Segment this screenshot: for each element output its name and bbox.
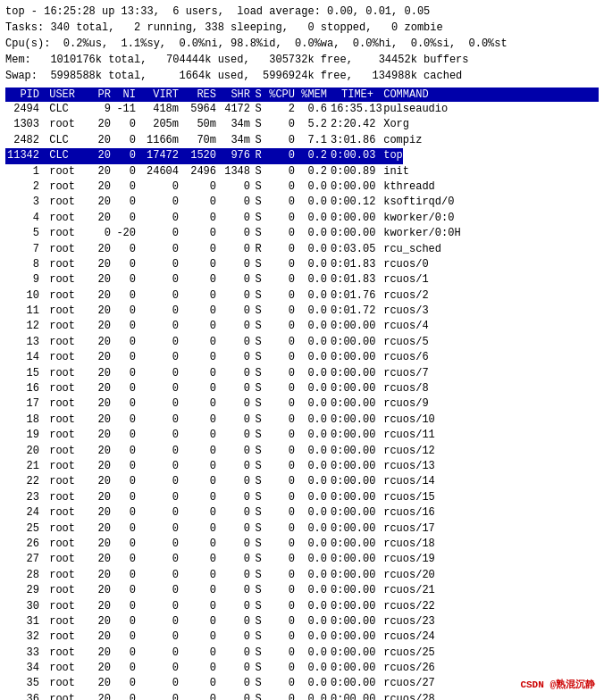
cell-res: 0 (182, 428, 220, 443)
cell-mem: 0.0 (298, 676, 331, 691)
cell-virt: 0 (139, 583, 182, 598)
cell-time: 0:00.00 (331, 474, 377, 489)
cell-ni: 0 (114, 568, 139, 583)
cell-time: 0:00.00 (331, 614, 377, 629)
cell-s: S (254, 552, 266, 567)
cell-user: root (43, 226, 89, 241)
cell-cpu: 0 (266, 366, 298, 381)
cell-s: S (254, 599, 266, 614)
table-row: 20 root 20 0 0 0 0 S 0 0.0 0:00.00 rcuos… (5, 444, 599, 459)
cell-mem: 0.0 (298, 490, 331, 505)
cell-time: 0:00.00 (331, 179, 377, 195)
cell-user: root (43, 552, 89, 567)
table-row: 8 root 20 0 0 0 0 S 0 0.0 0:01.83 rcuos/… (5, 257, 599, 272)
cell-ni: 0 (114, 552, 139, 567)
cell-pid: 29 (5, 583, 43, 598)
cell-res: 0 (182, 396, 220, 412)
cell-pid: 33 (5, 646, 43, 661)
cell-pr: 20 (89, 629, 114, 645)
cell-mem: 0.0 (298, 599, 331, 614)
cell-mem: 0.0 (298, 459, 331, 474)
cell-s: S (254, 692, 266, 700)
cell-pr: 20 (89, 490, 114, 505)
cell-pr: 20 (89, 599, 114, 614)
cell-cmd: kworker/0:0H (377, 226, 461, 241)
cell-user: root (43, 646, 89, 661)
table-row: 2 root 20 0 0 0 0 S 0 0.0 0:00.00 kthrea… (5, 179, 599, 195)
cell-cpu: 0 (266, 599, 298, 614)
cell-pr: 9 (89, 102, 114, 117)
cell-mem: 0.0 (298, 568, 331, 583)
cell-res: 0 (182, 335, 220, 350)
cell-pid: 18 (5, 412, 43, 428)
cell-ni: 0 (114, 319, 139, 334)
cell-time: 16:35.13 (331, 102, 377, 117)
cell-shr: 0 (220, 552, 254, 567)
cell-ni: 0 (114, 272, 139, 288)
cell-cmd: init (377, 164, 409, 179)
cell-user: root (43, 319, 89, 334)
cell-user: root (43, 521, 89, 537)
cell-user: CLC (43, 148, 89, 163)
cell-shr: 0 (220, 474, 254, 489)
cell-mem: 0.0 (298, 661, 331, 676)
cell-shr: 0 (220, 459, 254, 474)
cell-res: 0 (182, 676, 220, 691)
cell-s: S (254, 629, 266, 645)
cell-ni: 0 (114, 164, 139, 179)
cell-virt: 24604 (139, 164, 182, 179)
cell-time: 0:00.00 (331, 412, 377, 428)
cell-pr: 20 (89, 552, 114, 567)
cell-res: 0 (182, 211, 220, 226)
cell-s: S (254, 164, 266, 179)
cell-user: root (43, 164, 89, 179)
cell-time: 0:00.00 (331, 211, 377, 226)
table-row: 4 root 20 0 0 0 0 S 0 0.0 0:00.00 kworke… (5, 211, 599, 226)
cell-s: S (254, 335, 266, 350)
cell-res: 0 (182, 692, 220, 700)
cell-s: S (254, 474, 266, 489)
cell-pid: 3 (5, 195, 43, 210)
cell-cpu: 0 (266, 117, 298, 132)
cell-s: S (254, 396, 266, 412)
cell-res: 1520 (182, 148, 220, 163)
cell-mem: 0.0 (298, 646, 331, 661)
cell-cmd: rcuos/28 (377, 692, 435, 700)
cell-shr: 0 (220, 319, 254, 334)
cell-ni: 0 (114, 335, 139, 350)
cell-s: S (254, 428, 266, 443)
cell-cpu: 0 (266, 335, 298, 350)
cell-cmd: rcuos/13 (377, 459, 435, 474)
cell-res: 0 (182, 459, 220, 474)
cell-shr: 0 (220, 288, 254, 304)
cell-virt: 0 (139, 304, 182, 319)
cell-mem: 0.0 (298, 444, 331, 459)
cell-time: 0:00.00 (331, 350, 377, 365)
cell-mem: 0.0 (298, 242, 331, 257)
col-header-shr: SHR (220, 88, 254, 101)
cell-cmd: rcuos/18 (377, 537, 435, 552)
table-row: 15 root 20 0 0 0 0 S 0 0.0 0:00.00 rcuos… (5, 366, 599, 381)
cell-time: 0:01.76 (331, 288, 377, 304)
cell-pr: 20 (89, 257, 114, 272)
cell-user: root (43, 568, 89, 583)
table-row: 5 root 0 -20 0 0 0 S 0 0.0 0:00.00 kwork… (5, 226, 599, 241)
cell-shr: 0 (220, 257, 254, 272)
cell-ni: 0 (114, 459, 139, 474)
cell-ni: 0 (114, 148, 139, 163)
cell-time: 0:00.00 (331, 226, 377, 241)
col-header-user: USER (43, 88, 89, 101)
col-header-s: S (254, 88, 266, 101)
cell-time: 0:00.00 (331, 396, 377, 412)
cell-s: S (254, 257, 266, 272)
cell-cpu: 0 (266, 692, 298, 700)
cell-ni: 0 (114, 195, 139, 210)
cell-virt: 0 (139, 350, 182, 365)
cell-cmd: rcu_sched (377, 242, 441, 257)
process-table: 2494 CLC 9 -11 418m 5964 4172 S 2 0.6 16… (5, 102, 599, 700)
cell-virt: 0 (139, 646, 182, 661)
cell-ni: 0 (114, 133, 139, 148)
cell-cpu: 0 (266, 490, 298, 505)
cell-time: 0:00.00 (331, 646, 377, 661)
cell-pid: 24 (5, 505, 43, 521)
